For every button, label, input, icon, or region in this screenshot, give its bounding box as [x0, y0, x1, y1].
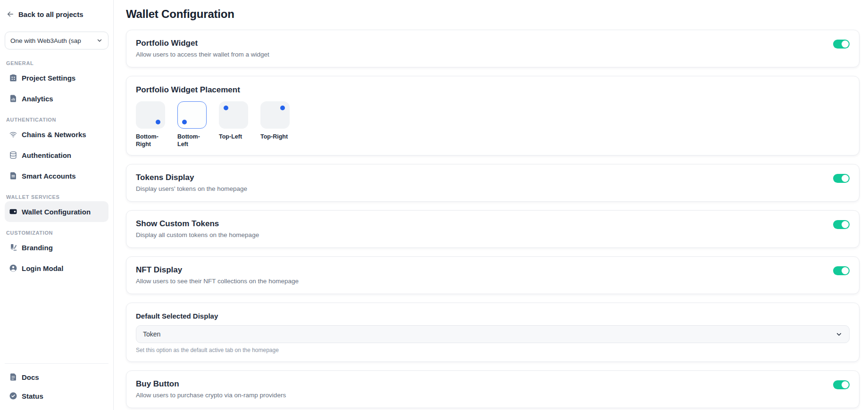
tokens-display-title: Tokens Display — [136, 172, 247, 183]
sidebar-item-branding[interactable]: Branding — [5, 237, 108, 258]
placement-option-top-left[interactable]: Top-Left — [219, 101, 249, 148]
section-label-general: GENERAL — [6, 60, 108, 66]
default-selected-display-label: Default Selected Display — [136, 312, 850, 320]
widget-placement-card: Portfolio Widget Placement Bottom-Right … — [126, 76, 860, 156]
sidebar-item-authentication[interactable]: Authentication — [5, 145, 108, 165]
placement-dot — [156, 120, 160, 124]
brush-icon — [9, 243, 17, 252]
section-label-wallet-services: WALLET SERVICES — [6, 194, 108, 200]
default-display-select[interactable]: Token — [136, 325, 850, 343]
sidebar-item-wallet-configuration[interactable]: Wallet Configuration — [5, 201, 108, 222]
placement-tile-top-right[interactable] — [260, 101, 290, 129]
tokens-display-description: Display users' tokens on the homepage — [136, 185, 247, 193]
show-custom-tokens-toggle[interactable] — [833, 220, 850, 229]
placement-dot — [280, 106, 285, 110]
file-icon — [9, 172, 17, 180]
portfolio-widget-card: Portfolio Widget Allow users to access t… — [126, 30, 860, 67]
sidebar-item-label: Docs — [22, 373, 39, 381]
nft-display-description: Allow users to see their NFT collections… — [136, 277, 299, 286]
tokens-display-toggle[interactable] — [833, 174, 850, 183]
sidebar-item-label: Analytics — [22, 95, 53, 103]
analytics-icon — [9, 94, 17, 103]
page-title: Wallet Configuration — [126, 7, 860, 21]
portfolio-widget-toggle[interactable] — [833, 40, 850, 49]
placement-label: Bottom-Left — [177, 133, 208, 148]
clipboard-icon — [9, 74, 17, 82]
placement-tile-bottom-left-selected[interactable] — [177, 101, 207, 129]
back-link-label: Back to all projects — [18, 10, 83, 18]
sidebar-item-label: Login Modal — [22, 264, 63, 272]
user-icon — [9, 264, 17, 272]
nft-display-title: NFT Display — [136, 265, 299, 275]
tokens-display-card: Tokens Display Display users' tokens on … — [126, 164, 860, 202]
buy-button-card: Buy Button Allow users to purchase crypt… — [126, 370, 860, 408]
sidebar-item-chains-networks[interactable]: Chains & Networks — [5, 124, 108, 145]
toggle-knob — [842, 175, 849, 182]
default-display-select-value: Token — [143, 330, 160, 338]
sidebar-item-project-settings[interactable]: Project Settings — [5, 67, 108, 88]
widget-placement-title: Portfolio Widget Placement — [136, 85, 850, 95]
sidebar-item-label: Wallet Configuration — [22, 208, 91, 216]
buy-button-title: Buy Button — [136, 379, 286, 389]
buy-button-description: Allow users to purchase crypto via on-ra… — [136, 391, 286, 400]
nft-display-toggle[interactable] — [833, 266, 850, 275]
placement-option-bottom-right[interactable]: Bottom-Right — [136, 101, 166, 148]
project-selector-dropdown[interactable]: One with Web3Auth (sap — [5, 32, 108, 49]
placement-tile-top-left[interactable] — [219, 101, 248, 129]
toggle-knob — [842, 267, 849, 274]
default-selected-display-card: Default Selected Display Token Set this … — [126, 303, 860, 362]
sidebar-item-login-modal[interactable]: Login Modal — [5, 258, 108, 279]
sidebar-nav: GENERAL Project Settings Analytics AUTHE… — [5, 52, 108, 279]
default-display-helper-text: Set this option as the default active ta… — [136, 347, 850, 354]
sidebar-item-label: Project Settings — [22, 74, 75, 82]
main-content: Wallet Configuration Portfolio Widget Al… — [114, 0, 868, 410]
sidebar-item-label: Status — [22, 392, 43, 400]
placement-label: Bottom-Right — [136, 133, 166, 148]
show-custom-tokens-description: Display all custom tokens on the homepag… — [136, 231, 259, 239]
placement-label: Top-Right — [260, 133, 291, 140]
sidebar-item-docs[interactable]: Docs — [5, 368, 108, 386]
database-icon — [9, 151, 17, 159]
chevron-down-icon — [96, 37, 103, 44]
sidebar-item-analytics[interactable]: Analytics — [5, 88, 108, 109]
app-root: Back to all projects One with Web3Auth (… — [0, 0, 868, 410]
back-to-projects-link[interactable]: Back to all projects — [5, 0, 108, 18]
show-custom-tokens-card: Show Custom Tokens Display all custom to… — [126, 210, 860, 248]
wifi-icon — [9, 130, 17, 139]
placement-dot — [182, 120, 187, 124]
sidebar-item-label: Smart Accounts — [22, 172, 75, 180]
toggle-knob — [842, 221, 849, 228]
project-selector-value: One with Web3Auth (sap — [10, 37, 81, 44]
portfolio-widget-description: Allow users to access their wallet from … — [136, 50, 269, 59]
sidebar-item-label: Chains & Networks — [22, 131, 86, 139]
toggle-knob — [842, 41, 849, 48]
section-label-customization: CUSTOMIZATION — [6, 230, 108, 236]
arrow-left-icon — [6, 10, 15, 18]
buy-button-toggle[interactable] — [833, 380, 850, 389]
placement-options: Bottom-Right Bottom-Left Top-Left — [136, 101, 850, 148]
portfolio-widget-title: Portfolio Widget — [136, 38, 269, 49]
doc-icon — [9, 373, 17, 381]
show-custom-tokens-title: Show Custom Tokens — [136, 219, 259, 229]
sidebar-footer: Docs Status — [5, 363, 108, 410]
chevron-down-icon — [835, 331, 843, 338]
placement-option-bottom-left[interactable]: Bottom-Left — [177, 101, 208, 148]
sidebar-item-smart-accounts[interactable]: Smart Accounts — [5, 165, 108, 186]
sidebar-item-label: Authentication — [22, 151, 71, 159]
placement-option-top-right[interactable]: Top-Right — [260, 101, 291, 148]
nft-display-card: NFT Display Allow users to see their NFT… — [126, 256, 860, 294]
section-label-authentication: AUTHENTICATION — [6, 117, 108, 123]
placement-tile-bottom-right[interactable] — [136, 101, 165, 129]
status-check-icon — [9, 392, 17, 400]
sidebar-item-label: Branding — [22, 244, 53, 252]
sidebar: Back to all projects One with Web3Auth (… — [0, 0, 114, 410]
placement-label: Top-Left — [219, 133, 249, 140]
wallet-icon — [9, 207, 17, 216]
placement-dot — [224, 106, 228, 110]
toggle-knob — [842, 381, 849, 388]
sidebar-item-status[interactable]: Status — [5, 386, 108, 405]
